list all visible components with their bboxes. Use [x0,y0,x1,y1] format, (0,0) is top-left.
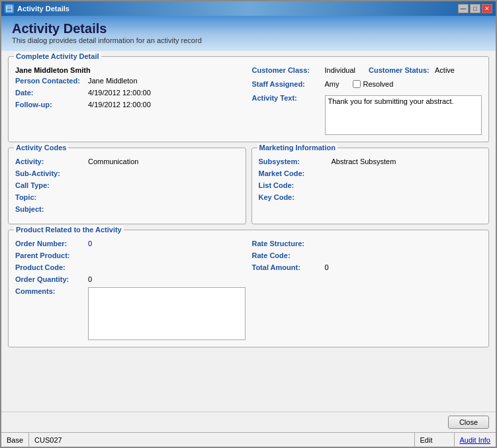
customer-class-row: Customer Class: Individual Customer Stat… [252,66,482,78]
marketing-information-section: Marketing Information Subsystem: Abstrac… [251,148,490,224]
customer-class-label: Customer Class: [252,66,325,74]
subsystem-label: Subsystem: [259,157,332,165]
footer-bar: Close [1,412,496,432]
order-quantity-value: 0 [88,275,92,283]
comments-label: Comments: [15,287,88,295]
order-number-row: Order Number: 0 [15,240,246,251]
status-bar: Base CUS027 Edit Audit Info [1,432,496,447]
complete-activity-section: Complete Activity Detail Jane Middleton … [8,56,489,142]
base-label: Base [7,436,23,444]
list-code-label: List Code: [259,181,332,189]
total-amount-label: Total Amount: [252,263,325,271]
activity-row: Activity: Communication [15,157,239,169]
header-section: Activity Details This dialog provides de… [1,16,496,51]
person-contacted-value: Jane Middleton [88,77,138,85]
title-bar-left: Activity Details [5,4,69,13]
activity-codes-content: Activity: Communication Sub-Activity: Ca… [15,157,239,217]
order-quantity-row: Order Quantity: 0 [15,275,246,287]
order-number-value: 0 [88,240,92,247]
marketing-information-content: Subsystem: Abstract Subsystem Market Cod… [259,157,482,205]
product-left: Order Number: 0 Parent Product: Product … [15,240,246,340]
staff-assigned-label: Staff Assigned: [252,80,325,88]
total-amount-value: 0 [325,263,329,271]
topic-row: Topic: [15,193,239,205]
rate-code-row: Rate Code: [252,251,482,263]
date-value: 4/19/2012 12:00:00 [88,89,151,97]
market-code-label: Market Code: [259,169,332,177]
activity-text-input[interactable] [325,95,482,135]
complete-activity-right: Customer Class: Individual Customer Stat… [252,66,482,135]
person-contacted-row: Person Contacted: Jane Middleton [15,77,246,89]
maximize-button[interactable]: □ [470,4,480,13]
svg-rect-0 [7,6,12,11]
comments-input[interactable] [88,287,246,340]
title-bar: Activity Details — □ ✕ [1,1,496,16]
comments-row: Comments: [15,287,246,340]
complete-activity-title: Complete Activity Detail [14,52,101,60]
sub-activity-label: Sub-Activity: [15,169,88,177]
parent-product-row: Parent Product: [15,251,246,263]
code-segment: CUS027 [29,433,414,447]
product-related-title: Product Related to the Activity [14,226,124,234]
market-code-row: Market Code: [259,169,482,181]
list-code-row: List Code: [259,181,482,193]
edit-label: Edit [420,436,433,444]
order-quantity-label: Order Quantity: [15,275,88,283]
minimize-button[interactable]: — [458,4,469,13]
person-name: Jane Middleton Smith [15,66,246,74]
followup-label: Follow-up: [15,101,88,109]
activity-label: Activity: [15,157,88,165]
parent-product-label: Parent Product: [15,251,88,259]
resolved-label: Resolved [363,80,394,88]
topic-label: Topic: [15,193,88,201]
activity-codes-title: Activity Codes [14,144,68,152]
complete-activity-left: Jane Middleton Smith Person Contacted: J… [15,66,246,135]
window-title: Activity Details [17,5,69,13]
subsystem-value: Abstract Subsystem [332,157,396,165]
key-code-label: Key Code: [259,193,332,201]
activity-text-row: Activity Text: [252,94,482,135]
page-title: Activity Details [12,21,485,36]
customer-status-value: Active [435,66,455,74]
activity-codes-section: Activity Codes Activity: Communication S… [8,148,246,224]
product-code-row: Product Code: [15,263,246,275]
close-button[interactable]: Close [448,416,489,429]
call-type-label: Call Type: [15,181,88,189]
customer-status-label: Customer Status: [369,66,435,74]
resolved-row: Resolved [353,80,394,88]
date-row: Date: 4/19/2012 12:00:00 [15,89,246,101]
product-related-section: Product Related to the Activity Order Nu… [8,230,489,347]
key-code-row: Key Code: [259,193,482,205]
person-contacted-label: Person Contacted: [15,77,88,85]
edit-segment: Edit [415,433,455,447]
marketing-information-title: Marketing Information [257,144,338,152]
order-number-label: Order Number: [15,240,88,247]
activity-text-label: Activity Text: [252,94,325,102]
call-type-row: Call Type: [15,181,239,193]
resolved-checkbox[interactable] [353,80,361,88]
base-segment: Base [1,433,29,447]
subject-row: Subject: [15,205,239,217]
code-value: CUS027 [34,436,62,444]
staff-assigned-value: Amy [325,80,339,88]
main-window: Activity Details — □ ✕ Activity Details … [0,0,497,448]
date-label: Date: [15,89,88,97]
activity-value: Communication [88,157,138,165]
window-icon [5,4,14,13]
content-area: Complete Activity Detail Jane Middleton … [1,51,496,412]
product-code-label: Product Code: [15,263,88,271]
middle-sections: Activity Codes Activity: Communication S… [8,148,489,224]
followup-value: 4/19/2012 12:00:00 [88,101,151,109]
followup-row: Follow-up: 4/19/2012 12:00:00 [15,101,246,112]
rate-structure-label: Rate Structure: [252,240,325,247]
rate-code-label: Rate Code: [252,251,325,259]
customer-class-value: Individual [325,66,355,74]
window-close-button[interactable]: ✕ [482,4,492,13]
product-right: Rate Structure: Rate Code: Total Amount:… [252,240,482,340]
audit-info-link[interactable]: Audit Info [455,433,496,447]
sub-activity-row: Sub-Activity: [15,169,239,181]
subject-label: Subject: [15,205,88,213]
staff-assigned-row: Staff Assigned: Amy Resolved [252,80,482,92]
subsystem-row: Subsystem: Abstract Subsystem [259,157,482,169]
product-grid: Order Number: 0 Parent Product: Product … [15,240,482,340]
